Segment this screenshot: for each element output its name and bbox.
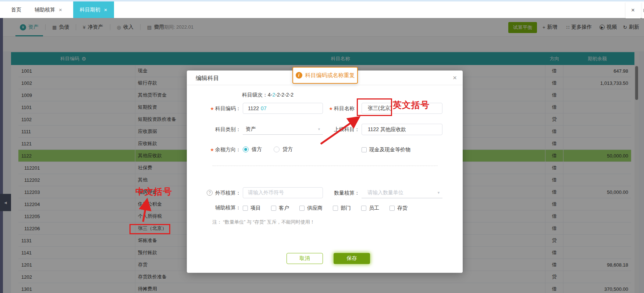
radio-label: 贷方 xyxy=(282,146,293,153)
tabs-host: 首页 辅助核算 × 科目期初 × xyxy=(0,1,114,18)
category-label: 科目类别： xyxy=(198,126,241,133)
auxiliary-checkbox[interactable]: 员工 xyxy=(361,205,379,211)
foreign-currency-input[interactable]: 请输入外币符号 xyxy=(243,187,323,198)
direction-radio-group: 借方 贷方 xyxy=(243,144,305,155)
window-close-button[interactable]: × xyxy=(626,2,640,18)
foreign-currency-label: 外币核算： xyxy=(198,190,241,196)
auxiliary-checkbox-group: 项目 客户 供应商 部门 员工 存货 xyxy=(243,203,418,213)
category-select[interactable]: 资产 ▼ xyxy=(243,124,323,135)
checkbox-icon xyxy=(361,206,366,211)
required-star: ★ xyxy=(210,147,214,152)
checkbox-icon xyxy=(362,147,367,152)
checkbox-icon xyxy=(299,206,305,211)
quantity-select[interactable]: 请输入数量单位 ▼ xyxy=(362,187,442,198)
checkbox-icon xyxy=(271,206,276,211)
annotation-text-chinese-brackets: 中文括号 xyxy=(135,186,172,198)
parent-subject-input[interactable]: 1122 其他应收款 xyxy=(362,124,442,135)
cancel-button[interactable]: 取消 xyxy=(287,253,323,264)
annotation-text-english-brackets: 英文括号 xyxy=(393,99,430,111)
window-close-icon: × xyxy=(631,7,635,14)
code-suffix: 07 xyxy=(261,105,267,111)
annotation-box-table-row xyxy=(129,224,170,234)
browser-tab[interactable]: 首页 xyxy=(11,1,21,18)
mutual-exclusion-note: 注： “数量单位” 与 “存货” 互斥，不能同时使用！ xyxy=(212,219,315,225)
checkbox-label: 客户 xyxy=(279,205,289,211)
direction-radio[interactable]: 贷方 xyxy=(274,146,293,153)
code-input[interactable]: 1122 07 xyxy=(243,103,323,114)
radio-label: 借方 xyxy=(252,146,262,153)
parent-label: 上级科目： xyxy=(317,126,360,133)
auxiliary-checkbox[interactable]: 存货 xyxy=(389,205,408,211)
required-star: ★ xyxy=(329,106,333,111)
save-button[interactable]: 保存 xyxy=(334,253,370,264)
browser-tab[interactable]: 科目期初 × xyxy=(73,1,114,18)
tab-label: 辅助核算 xyxy=(35,7,55,13)
window-maximize-button[interactable] xyxy=(642,2,644,18)
error-toast: i 科目编码或名称重复 xyxy=(292,67,358,84)
auxiliary-checkbox[interactable]: 部门 xyxy=(333,205,351,211)
tab-close-icon[interactable]: × xyxy=(104,7,107,13)
direction-label: ★余额方向： xyxy=(198,146,241,153)
tab-label: 首页 xyxy=(11,7,21,13)
tab-bar: 首页 辅助核算 × 科目期初 × × xyxy=(0,1,644,18)
app-root: 首页 辅助核算 × 科目期初 × × ¥ 资产 ▦ 负债 ¥ 净资产 ◎ 收入 … xyxy=(0,0,644,293)
direction-radio[interactable]: 借方 xyxy=(243,146,262,153)
info-icon: i xyxy=(296,72,302,79)
auxiliary-checkbox[interactable]: 客户 xyxy=(271,205,289,211)
checkbox-label: 项目 xyxy=(250,205,261,211)
auxiliary-checkbox[interactable]: 项目 xyxy=(243,205,261,211)
radio-icon xyxy=(243,146,249,152)
required-star: ★ xyxy=(210,106,214,111)
annotation-box-input xyxy=(357,98,392,116)
subject-level: 科目级次：4-2-2-2-2-2 xyxy=(242,92,293,98)
tab-label: 科目期初 xyxy=(80,7,100,13)
toast-text: 科目编码或名称重复 xyxy=(305,72,355,79)
auxiliary-checkbox[interactable]: 供应商 xyxy=(299,205,323,211)
quantity-label: 数量核算： xyxy=(317,190,360,196)
cash-equivalent-checkbox[interactable]: 现金及现金等价物 xyxy=(362,146,410,153)
checkbox-icon xyxy=(243,206,248,211)
checkbox-icon xyxy=(389,206,395,211)
auxiliary-label: 辅助核算： xyxy=(198,205,241,211)
chevron-down-icon: ▼ xyxy=(437,191,440,195)
checkbox-label: 供应商 xyxy=(307,205,323,211)
name-label: ★科目名称： xyxy=(317,105,360,112)
qty-placeholder: 请输入数量单位 xyxy=(367,189,403,196)
code-label: ★科目编码： xyxy=(198,105,241,112)
checkbox-icon xyxy=(333,206,338,211)
divider xyxy=(213,166,438,166)
browser-tab[interactable]: 辅助核算 × xyxy=(35,1,62,18)
modal-close-icon[interactable]: × xyxy=(453,74,457,82)
fc-placeholder: 请输入外币符号 xyxy=(248,189,284,196)
checkbox-label: 员工 xyxy=(369,205,379,211)
checkbox-label: 存货 xyxy=(397,205,408,211)
checkbox-label: 部门 xyxy=(341,205,351,211)
radio-icon xyxy=(274,146,280,152)
modal-title: 编辑科目 xyxy=(196,75,219,82)
tab-close-icon[interactable]: × xyxy=(59,7,62,13)
